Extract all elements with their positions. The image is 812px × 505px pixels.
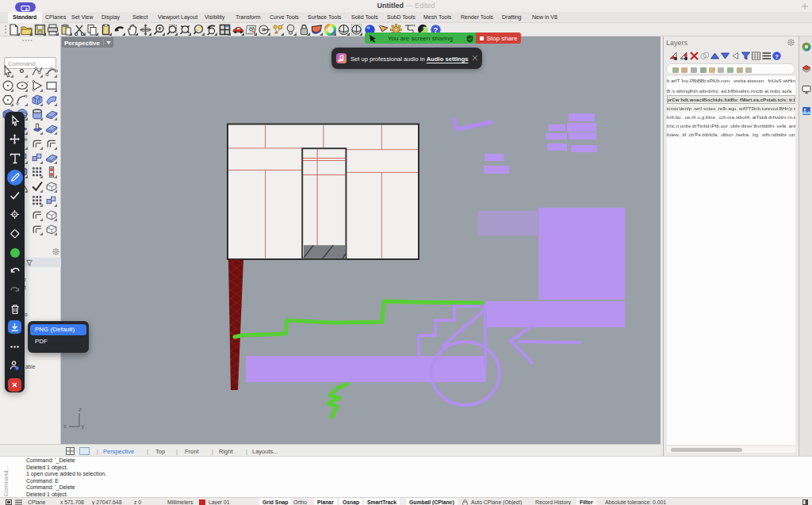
svg-text:z: z — [79, 406, 82, 413]
svg-text:y: y — [82, 423, 85, 430]
svg-text:x: x — [63, 423, 67, 430]
svg-text:?: ? — [775, 53, 779, 60]
